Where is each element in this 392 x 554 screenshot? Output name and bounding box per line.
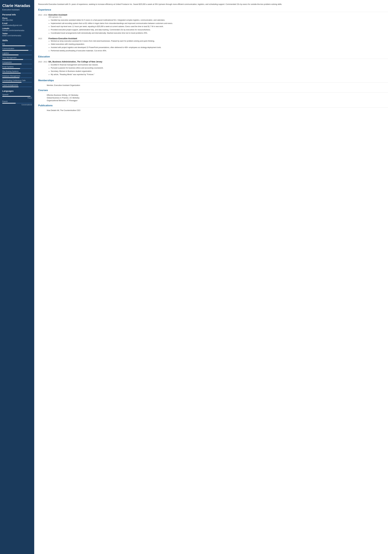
skill-name: EQ [2,43,32,45]
skill-bar-bg [2,64,32,64]
education-bullet: Pursued a passion for business ethics an… [51,67,388,69]
main-content: Resourceful Executive Assistant with 5+ … [34,0,392,554]
linkedin-value: linkedin.com/in/clarieharadas [2,29,32,31]
skill-item: Coordinating Conference Calls [2,79,32,83]
experience-content: Freelance Executive Assistant Worked as … [49,37,388,53]
education-bullet: My article, "Reading Minds" was reprinte… [51,73,388,76]
skill-bar-bg [2,59,32,60]
skill-bar-fill [2,82,21,83]
skill-item: EQ [2,43,32,46]
languages-list: Spanish Fluent French Conversational [2,94,32,105]
skill-name: Database Management [2,75,32,77]
skill-bar-bg [2,50,32,51]
courses-list: Effective Business Writing, UC BerkeleyG… [38,94,388,102]
memberships-section-title: Memberships [38,79,388,83]
personal-info-heading: Personal Info [2,13,32,16]
candidate-title: Executive Assistant [2,8,32,11]
email-label: E-mail [2,22,32,24]
experience-job-title: Freelance Executive Assistant [49,37,388,40]
skill-item: Time Management [2,57,32,60]
skill-bar-bg [2,45,32,46]
education-bullets: Excelled in financial management and bus… [49,63,388,76]
skill-item: Compassion [2,61,32,64]
skill-name: Compassion [2,61,32,63]
education-list: 2010 - 2013 BA, Business Administration,… [38,61,388,76]
education-entry: 2010 - 2013 BA, Business Administration,… [38,61,388,76]
skill-bar-bg [2,82,32,83]
memberships-list: Member, Executive Assistant Organization [38,84,388,86]
linkedin-label: LinkedIn [2,28,32,29]
skill-item: Logistics [2,52,32,55]
experience-job-title: Executive Assistant [49,14,388,16]
linkedin-item: LinkedIn linkedin.com/in/clarieharadas [2,28,32,31]
experience-bullet: Provided executive project support, admi… [51,28,388,31]
skill-bar-fill [2,50,28,51]
skill-item: Database Management [2,75,32,78]
skill-name: Email Systems [2,66,32,68]
experience-dates: 2013 [38,37,49,53]
publications-section-title: Publications [38,104,388,108]
languages-heading: Languages [2,90,32,92]
membership-item: Member, Executive Assistant Organization [38,84,388,86]
skill-name: Travel Arrangements [2,84,32,86]
language-bar-bg [2,103,32,104]
publications-list: How Details Kill, The Counterintuitive C… [38,109,388,111]
experience-list: 2013 - 2018 Executive Assistant ISN Lipm… [38,14,388,53]
experience-bullet: Implemented call-recording system that c… [51,22,388,25]
education-dates: 2010 - 2013 [38,61,49,76]
skill-item: File-Sharing Systems [2,70,32,74]
experience-entry: 2013 Freelance Executive Assistant Worke… [38,37,388,53]
skills-heading: Skills [2,39,32,42]
language-item: Spanish Fluent [2,94,32,99]
candidate-name: Clarie Haradas [2,3,32,8]
twitter-label: Twitter [2,33,32,35]
publication-item: How Details Kill, The Counterintuitive C… [38,109,388,111]
skill-bar-fill [2,64,21,64]
course-item: Effective Business Writing, UC Berkeley [38,94,388,96]
skill-item: Email Systems [2,66,32,69]
skill-name: Logistics [2,52,32,54]
experience-bullet: Handled top executive assistant duties f… [51,19,388,21]
skill-item: Communication [2,48,32,51]
experience-dates: 2013 - 2018 [38,14,49,35]
language-item: French Conversational [2,100,32,105]
skill-bar-fill [2,73,21,74]
language-level: Conversational [2,104,32,105]
skill-name: File-Sharing Systems [2,70,32,72]
experience-bullets: Handled top executive assistant duties f… [49,19,388,35]
email-value: clarieharadas@gmail.com [2,24,32,26]
skill-bar-fill [2,86,19,87]
courses-section-title: Courses [38,89,388,92]
phone-item: Phone 862-208-2592 [2,17,32,21]
education-degree: BA, Business Administration, The College… [49,61,388,63]
education-bullet: Secretary, Women in Business student org… [51,70,388,73]
language-bar-fill [2,103,16,104]
experience-bullet: Performed weekly proofreading of executi… [51,49,388,52]
skills-list: EQ Communication Logistics Time Manageme… [2,43,32,87]
experience-bullet: Coordinated travel arrangements both dom… [51,32,388,35]
twitter-item: Twitter twitter.com/clarieharadas [2,33,32,37]
education-content: BA, Business Administration, The College… [49,61,388,76]
experience-bullet: Assisted with project logistics and deve… [51,46,388,49]
skill-name: Coordinating Conference Calls [2,79,32,82]
experience-bullet: Aided executives with meeting preparatio… [51,43,388,46]
skill-name: Communication [2,48,32,49]
skill-bar-fill [2,77,20,78]
phone-label: Phone [2,17,32,19]
skill-bar-bg [2,86,32,87]
experience-content: Executive Assistant ISN Lipmann, Inc. Ha… [49,14,388,35]
experience-section-title: Experience [38,8,388,12]
skill-bar-bg [2,73,32,74]
experience-company: ISN Lipmann, Inc. [49,16,388,18]
course-item: Global Business in Practice, UC Berkeley [38,97,388,99]
experience-bullets: Worked as temp executive assistant for 4… [49,40,388,52]
skill-bar-fill [2,59,23,60]
language-bar-bg [2,96,32,97]
language-bar-fill [2,96,30,97]
education-section-title: Education [38,55,388,59]
skill-bar-fill [2,55,19,55]
skill-bar-bg [2,68,32,69]
experience-bullet: Saved each top-level exec 11 hours per w… [51,25,388,28]
language-name: French [2,100,32,102]
skill-bar-bg [2,55,32,55]
